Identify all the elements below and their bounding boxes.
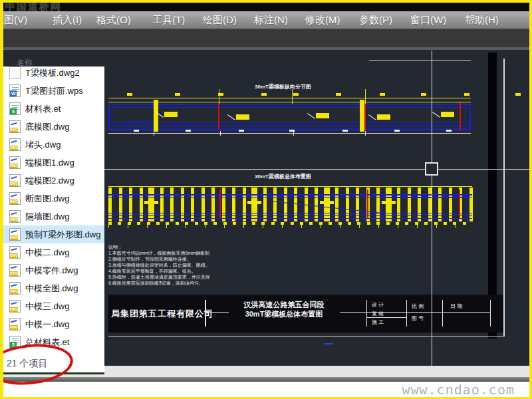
- cad-geometry: [251, 188, 257, 221]
- cad-geometry: [346, 188, 349, 221]
- cad-geometry: [309, 222, 313, 225]
- dim-tick: [365, 131, 366, 136]
- dwg-file-icon: [9, 228, 21, 241]
- cad-geometry: [233, 222, 236, 225]
- list-item[interactable]: 隔墙图.dwg: [3, 207, 104, 225]
- segment-divider: [154, 100, 158, 132]
- segment-label: [441, 112, 454, 117]
- bottom-white-bar: www.cndao.com: [3, 382, 529, 397]
- waler-line: [108, 194, 472, 196]
- cad-geometry: [348, 222, 351, 225]
- menu-draw[interactable]: 绘图(D): [203, 14, 237, 27]
- cad-geometry: [118, 222, 121, 225]
- file-list-panel: T梁模板.dwg2 T梁图封面.wps 材料表.et 底模图.dwg 堵头.dw…: [3, 66, 104, 372]
- cad-geometry: [398, 225, 398, 228]
- cad-geometry: [181, 188, 184, 221]
- list-item[interactable]: 材料表.et: [3, 100, 104, 118]
- dwg-file-icon: [9, 246, 21, 259]
- cad-geometry: [380, 93, 385, 96]
- project-line2: 30mT梁模板总体布置图: [229, 309, 338, 319]
- joint-line-red: [219, 190, 221, 218]
- dimension-baseline: [108, 133, 471, 134]
- cad-geometry: [271, 222, 275, 225]
- title-bar: 中国道桥网 ˇ: [3, 3, 529, 11]
- menu-dimension[interactable]: 标注(N): [254, 14, 288, 27]
- dwg-file-icon: [9, 318, 21, 331]
- blue-mark: [324, 343, 333, 344]
- cad-geometry: [367, 222, 370, 225]
- list-item[interactable]: 断面图.dwg: [3, 190, 104, 207]
- menu-window[interactable]: 窗口(W): [410, 14, 446, 27]
- cad-geometry: [356, 188, 359, 221]
- cad-geometry: [378, 225, 379, 228]
- file-icon: [9, 66, 21, 79]
- note-line: 6.模板使用前应涂刷脱模剂2遍，涂刷须均匀。: [108, 280, 209, 286]
- cad-geometry: [134, 130, 139, 132]
- drawing-overall-arrangement: [108, 184, 472, 231]
- list-item[interactable]: 中模全图.dwg: [3, 279, 104, 297]
- cad-geometry: [446, 130, 452, 132]
- cad-geometry: [205, 225, 205, 228]
- cad-geometry: [376, 188, 380, 221]
- cad-application-window: 中国道桥网 ˇ 视图(V) 插入(I) 格式(O) 工具(T) 绘图(D) 标注…: [3, 3, 529, 397]
- list-item[interactable]: T梁模板.dwg2: [3, 66, 104, 82]
- note-line: 5.拆模时，混凝土强度须满足规范要求，并注意保护梁体。: [108, 274, 209, 280]
- list-item[interactable]: 端模图2.dwg: [3, 172, 104, 190]
- menu-tools[interactable]: 工具(T): [152, 14, 185, 27]
- menu-help[interactable]: 帮助(H): [465, 14, 499, 27]
- joint-line-red: [460, 102, 461, 130]
- dwg-file-icon: [9, 174, 21, 187]
- drawing-longitudinal-elevation: [108, 93, 471, 137]
- dim-tick: [220, 131, 221, 136]
- tb-divider: [366, 300, 367, 327]
- dim-line: [108, 98, 471, 98]
- cad-geometry: [176, 222, 179, 225]
- cad-geometry: [144, 201, 158, 204]
- cad-geometry: [456, 225, 456, 228]
- cad-geometry: [436, 225, 437, 228]
- cad-geometry: [359, 225, 360, 228]
- menu-view[interactable]: 视图(V): [3, 14, 27, 27]
- drawing-notes: 说明： 1.本图尺寸均以mm计，模板面板采用6mm钢板制作。 2.侧模分节制作，…: [108, 244, 209, 286]
- list-item[interactable]: 堵头.dwg: [3, 136, 104, 154]
- list-item[interactable]: 中模三.dwg: [3, 297, 104, 315]
- list-item[interactable]: 底模图.dwg: [3, 118, 104, 136]
- cad-geometry: [239, 130, 244, 132]
- cad-geometry: [243, 225, 244, 228]
- cad-geometry: [137, 222, 140, 225]
- cad-geometry: [336, 93, 341, 96]
- tb-line: [340, 312, 490, 313]
- company-name: 局集团第五工程有限公司: [111, 308, 213, 320]
- wps-document-icon: [9, 84, 21, 97]
- note-line: 1.本图尺寸均以mm计，模板面板采用6mm钢板制作。: [108, 250, 209, 256]
- bottom-gray-bar: [3, 377, 529, 382]
- dim-extension: [365, 89, 366, 104]
- dim-tick: [154, 131, 154, 136]
- top-chord-line: [108, 186, 472, 187]
- cad-geometry: [515, 93, 521, 96]
- joint-line-red: [459, 190, 460, 218]
- menu-format[interactable]: 格式(O): [96, 14, 131, 27]
- segment-label: [316, 113, 329, 118]
- menu-modify[interactable]: 修改(M): [305, 14, 340, 27]
- list-item[interactable]: 中模二.dwg: [3, 243, 104, 261]
- et-spreadsheet-icon: [9, 102, 21, 115]
- drawing2-title: 30mT梁模板总体布置图: [255, 173, 311, 180]
- tb-divider: [205, 300, 206, 327]
- number-label: 图 号: [412, 315, 424, 322]
- menu-parameters[interactable]: 参数(P): [359, 14, 392, 27]
- list-item[interactable]: T梁图封面.wps: [3, 82, 104, 100]
- list-item[interactable]: 端模图1.dwg: [3, 154, 104, 172]
- cad-geometry: [129, 188, 132, 221]
- cad-geometry: [186, 130, 191, 132]
- segment-divider: [360, 100, 364, 132]
- cad-geometry: [444, 222, 447, 225]
- list-item-selected[interactable]: 预制T梁外形图.dwg: [3, 225, 104, 243]
- list-item[interactable]: 中模一.dwg: [3, 315, 104, 333]
- cad-geometry: [224, 225, 225, 228]
- cad-geometry: [335, 188, 338, 221]
- menu-insert[interactable]: 插入(I): [53, 14, 82, 27]
- dwg-file-icon: [9, 300, 21, 313]
- list-item[interactable]: 中模零件.dwg: [3, 261, 104, 279]
- note-line: 3.底模与侧模接缝处设密封条，防止漏浆、跑模。: [108, 262, 209, 268]
